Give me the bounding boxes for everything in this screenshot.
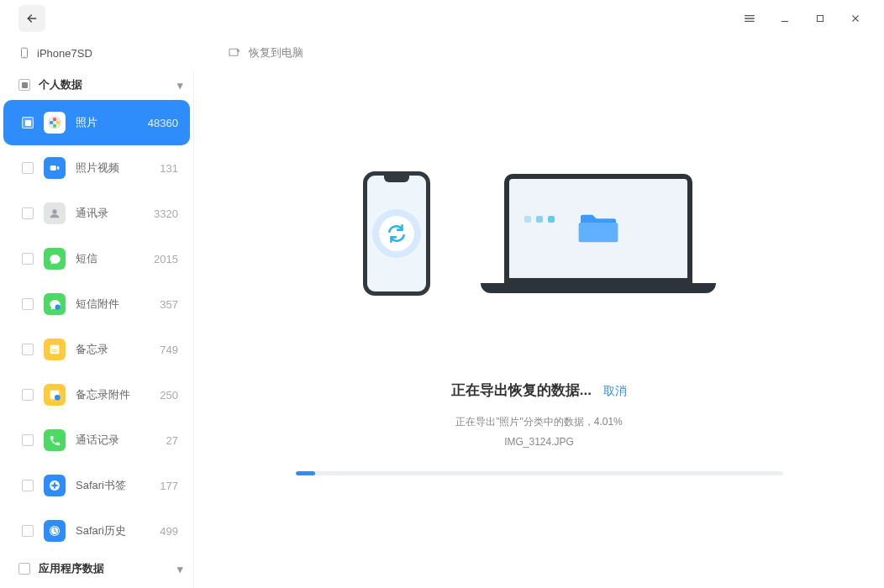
menu-icon[interactable] [738,7,761,30]
close-button[interactable] [844,7,867,30]
sidebar-item-call-history[interactable]: 通话记录 27 [3,417,190,463]
chevron-down-icon: ▾ [177,79,183,92]
item-count: 48360 [148,117,178,129]
item-checkbox[interactable] [22,389,34,401]
item-checkbox[interactable] [22,344,34,355]
item-label: 短信 [76,251,97,266]
sync-icon [386,223,408,244]
svg-point-17 [55,304,60,309]
sidebar-item-messages[interactable]: 短信 2015 [3,236,190,281]
sidebar-item-photo-videos[interactable]: 照片视频 131 [3,145,190,191]
item-count: 499 [160,525,178,538]
back-button[interactable] [18,5,45,32]
export-status-title: 正在导出恢复的数据... [451,382,592,398]
minimize-button[interactable] [773,7,797,30]
svg-rect-9 [229,49,238,55]
phone-icon [18,45,30,60]
svg-rect-15 [50,165,56,171]
item-count: 131 [160,162,178,175]
chevron-down-icon: ▾ [177,563,183,575]
svg-point-16 [52,209,56,213]
svg-point-22 [55,395,61,401]
progress-bar [296,471,783,475]
transfer-dots [524,216,555,223]
sidebar-item-safari-history[interactable]: Safari历史 499 [3,508,190,554]
item-checkbox[interactable] [22,162,34,174]
item-count: 357 [160,298,178,311]
cancel-link[interactable]: 取消 [603,384,627,397]
safari-history-icon [48,524,61,538]
item-count: 177 [160,480,178,492]
sidebar-item-safari-bookmarks[interactable]: Safari书签 177 [3,463,190,508]
item-label: 照片 [76,115,97,130]
notes-icon [48,343,61,356]
notes-attach-icon [48,388,61,402]
restore-to-pc-button[interactable]: 恢复到电脑 [227,45,303,60]
photos-icon [47,115,62,130]
item-count: 749 [160,344,178,356]
maximize-button[interactable] [808,7,832,30]
item-count: 3320 [154,207,178,220]
item-count: 250 [160,389,178,402]
restore-label: 恢复到电脑 [249,45,303,60]
svg-rect-4 [818,15,823,21]
item-label: 照片视频 [76,160,119,176]
phone-graphic [363,171,430,296]
messages-icon [49,253,61,265]
device-name: iPhone7SD [37,47,92,60]
item-checkbox[interactable] [22,253,34,265]
sidebar-item-notes[interactable]: 备忘录 749 [3,327,190,372]
category-personal-data[interactable]: 个人数据 ▾ [0,70,193,100]
sidebar-item-contacts[interactable]: 通讯录 3320 [3,191,190,236]
laptop-graphic [481,174,716,293]
item-count: 27 [166,434,178,447]
item-label: 通讯录 [76,206,108,221]
item-checkbox[interactable] [22,525,34,537]
transfer-illustration [228,112,850,355]
item-label: 通话记录 [76,433,119,448]
item-label: Safari历史 [76,523,126,538]
item-label: Safari书签 [76,478,126,493]
svg-point-12 [56,121,61,125]
item-checkbox[interactable] [22,298,34,310]
category-label: 个人数据 [39,77,82,92]
export-status-subtitle: 正在导出"照片"分类中的数据，4.01% [228,415,850,429]
folder-icon [575,205,622,252]
item-checkbox[interactable] [22,117,34,129]
item-checkbox[interactable] [22,207,34,219]
call-icon [49,434,61,447]
svg-point-11 [53,118,57,122]
item-checkbox[interactable] [22,480,34,491]
category-app-data[interactable]: 应用程序数据 ▾ [0,554,193,584]
category-checkbox[interactable] [18,563,30,575]
restore-icon [227,46,242,60]
sidebar-item-note-attachments[interactable]: 备忘录附件 250 [3,372,190,417]
sidebar-item-message-attachments[interactable]: 短信附件 357 [3,281,190,327]
category-checkbox[interactable] [18,79,30,91]
item-label: 备忘录 [76,342,108,357]
item-label: 短信附件 [76,297,119,312]
svg-rect-18 [50,345,60,354]
export-current-file: IMG_3124.JPG [228,436,850,448]
attachment-icon [49,298,61,311]
video-icon [49,162,61,174]
svg-point-14 [50,121,54,125]
item-checkbox[interactable] [22,434,34,446]
item-count: 2015 [154,253,178,265]
contacts-icon [48,207,61,220]
safari-bookmark-icon [48,479,61,492]
item-label: 备忘录附件 [76,387,130,402]
category-label: 应用程序数据 [39,561,104,576]
sidebar-item-photos[interactable]: 照片 48360 [3,100,190,145]
svg-point-13 [53,124,57,129]
